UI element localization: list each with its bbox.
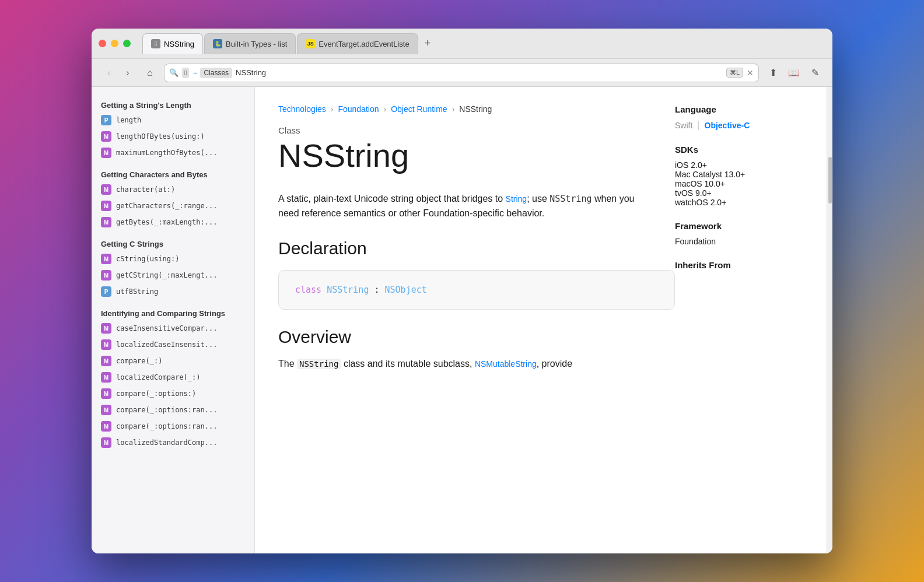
code-keyword: class [295,285,321,295]
sidebar-item-maxlengthofbytes[interactable]: M maximumLengthOfBytes(... [92,145,254,161]
sidebar-section-length: Getting a String's Length P length M len… [92,96,254,161]
section-title-length: Getting a String's Length [92,96,254,112]
tab-builtintypes[interactable]: 🐍 Built-in Types - list [204,33,296,54]
inherits-section: Inherits From [675,260,803,270]
objc-button[interactable]: Objective-C [705,121,750,130]
apple-pill:  [182,68,189,78]
forward-button[interactable]: › [120,65,136,81]
arrow-icon: → [191,69,198,76]
scrollbar-thumb[interactable] [828,157,832,204]
edit-button[interactable]: ✎ [807,65,823,81]
tab-label-builtintypes: Built-in Types - list [226,40,287,48]
maximize-button[interactable] [123,40,131,47]
sdks-section: SDKs iOS 2.0+ Mac Catalyst 13.0+ macOS 1… [675,145,803,207]
badge-property: P [101,115,111,125]
sdk-macos: macOS 10.0+ [675,179,803,188]
sidebar-item-getcstring[interactable]: M getCString(_:maxLengt... [92,267,254,283]
badge-m-case: M [101,323,111,334]
badge-m-localizedcase: M [101,339,111,350]
section-title-chars: Getting Characters and Bytes [92,166,254,181]
desc-link-string[interactable]: String [506,194,527,204]
item-text-maxlengthofbytes: maximumLengthOfBytes(... [116,149,217,157]
breadcrumb-objectruntime[interactable]: Object Runtime [391,104,447,114]
swift-button[interactable]: Swift [675,121,692,130]
sidebar-item-localizedcompare[interactable]: M localizedCompare(_:) [92,369,254,385]
item-text-caseinsensitive: caseInsensitiveCompar... [116,324,217,332]
sidebar-section-chars: Getting Characters and Bytes M character… [92,166,254,230]
back-button[interactable]: ‹ [101,65,117,81]
badge-m-getbytes: M [101,217,111,227]
toolbar-actions: ⬆ 📖 ✎ [765,65,823,81]
close-button[interactable] [99,40,106,47]
tab-eventtarget[interactable]: JS EventTarget.addEventListe [297,33,418,54]
home-button[interactable]: ⌂ [142,65,158,81]
overview-text-start: The [278,359,297,369]
sidebar-item-localizedcase[interactable]: M localizedCaseInsensit... [92,336,254,353]
item-text-localizedcase: localizedCaseInsensit... [116,341,217,349]
overview-title: Overview [278,327,803,347]
framework-section: Framework Foundation [675,221,803,246]
content-area: Language Swift | Objective-C SDKs iOS 2.… [255,87,827,553]
sidebar-item-getcharacters[interactable]: M getCharacters(_:range... [92,198,254,214]
sidebar-item-localizedstandard[interactable]: M localizedStandardComp... [92,434,254,451]
sdk-catalyst: Mac Catalyst 13.0+ [675,170,803,179]
minimize-button[interactable] [111,40,118,47]
sidebar-item-compare-options[interactable]: M compare(_:options:) [92,385,254,402]
close-search-icon[interactable]: ✕ [747,68,754,78]
item-text-localizedstandard: localizedStandardComp... [116,439,217,447]
tab-label-eventtarget: EventTarget.addEventListe [318,40,409,48]
bookmarks-button[interactable]: 📖 [786,65,802,81]
scrollbar-track[interactable] [827,87,832,553]
sidebar-item-cstring[interactable]: M cString(using:) [92,251,254,267]
breadcrumb-technologies[interactable]: Technologies [278,104,326,114]
item-text-utf8string: utf8String [116,288,158,296]
item-text-length: length [116,116,141,124]
search-icon: 🔍 [169,68,178,77]
breadcrumb-current: NSString [459,104,492,114]
sdk-watchos: watchOS 2.0+ [675,198,803,207]
framework-value: Foundation [675,237,803,246]
item-text-compare-options: compare(_:options:) [116,390,196,398]
inherits-label: Inherits From [675,260,803,270]
overview-link-nsmutablestring[interactable]: NSMutableString [475,359,537,369]
badge-m-getcstring: M [101,270,111,281]
item-text-lengthofbytes: lengthOfBytes(using:) [116,132,205,141]
badge-method: M [101,131,111,142]
breadcrumb-foundation[interactable]: Foundation [338,104,379,114]
new-tab-button[interactable]: + [419,36,436,52]
breadcrumb-sep-2: › [383,104,386,114]
main-content: Getting a String's Length P length M len… [92,87,832,553]
nav-buttons: ‹ › [101,65,136,81]
sidebar-item-compare[interactable]: M compare(_:) [92,353,254,369]
framework-label: Framework [675,221,803,231]
address-bar: 🔍  → Classes NSString ⌘L ✕ [164,64,759,82]
tab-nsstring[interactable]:  NSString [142,33,203,54]
language-section: Language Swift | Objective-C [675,104,803,131]
sidebar-item-utf8string[interactable]: P utf8String [92,283,254,300]
traffic-lights [99,40,131,47]
sidebar-item-compare-options-range1[interactable]: M compare(_:options:ran... [92,402,254,418]
badge-method-2: M [101,148,111,158]
share-button[interactable]: ⬆ [765,65,781,81]
sidebar-item-charat[interactable]: M character(at:) [92,181,254,198]
apple-icon:  [151,39,160,48]
overview-text-middle: class and its mutable subclass, [341,359,474,369]
sdk-ios: iOS 2.0+ [675,160,803,170]
address-text[interactable]: NSString [236,68,723,77]
sidebar-item-compare-options-range2[interactable]: M compare(_:options:ran... [92,418,254,434]
badge-m-getcharacters: M [101,201,111,211]
sidebar-item-caseinsensitive[interactable]: M caseInsensitiveCompar... [92,320,254,336]
sidebar-item-getbytes[interactable]: M getBytes(_:maxLength:... [92,214,254,230]
sidebar-section-cstrings: Getting C Strings M cString(using:) M ge… [92,235,254,300]
sidebar: Getting a String's Length P length M len… [92,87,255,553]
badge-m-charat: M [101,184,111,195]
section-title-comparing: Identifying and Comparing Strings [92,304,254,320]
overview-text-end: , provide [537,359,572,369]
code-colon: : [374,285,384,295]
badge-m-localizedstandard: M [101,437,111,448]
tab-label-nsstring: NSString [164,40,194,48]
sidebar-item-lengthofbytes[interactable]: M lengthOfBytes(using:) [92,128,254,145]
sidebar-item-length[interactable]: P length [92,112,254,128]
python-icon: 🐍 [213,39,222,48]
sdks-label: SDKs [675,145,803,155]
